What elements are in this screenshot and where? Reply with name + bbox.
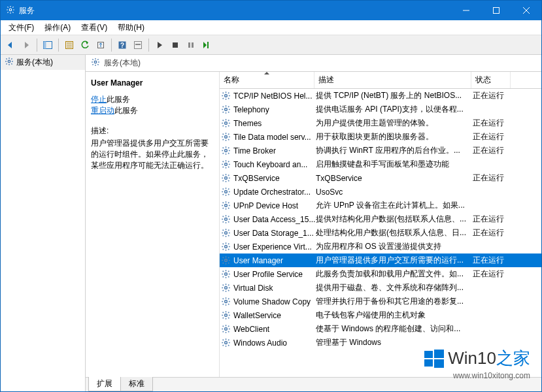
service-row[interactable]: TCP/IP NetBIOS Hel...提供 TCP/IP (NetBT) 服… (220, 89, 541, 103)
service-row[interactable]: TxQBServiceTxQBService正在运行 (220, 171, 541, 185)
col-header-status[interactable]: 状态 (471, 72, 511, 88)
gear-icon (221, 283, 231, 293)
service-desc: 管理基于 Windows (316, 337, 473, 348)
menu-action[interactable]: 操作(A) (39, 21, 76, 35)
menubar: 文件(F) 操作(A) 查看(V) 帮助(H) (1, 20, 541, 35)
nav-root-label: 服务(本地) (16, 57, 53, 68)
service-status: 正在运行 (473, 255, 512, 266)
maximize-button[interactable] (481, 1, 511, 20)
service-name: Telephony (233, 105, 316, 114)
svg-rect-19 (207, 42, 209, 48)
stop-service-link[interactable]: 停止 (91, 95, 107, 104)
service-name: Touch Keyboard an... (233, 160, 316, 169)
svg-rect-2 (494, 8, 500, 14)
menu-help[interactable]: 帮助(H) (112, 21, 150, 35)
svg-point-36 (225, 286, 228, 289)
service-row[interactable]: User Data Storage_1...处理结构化用户数据(包括联系人信息、… (220, 226, 541, 240)
gear-icon (221, 201, 231, 211)
svg-point-40 (225, 341, 228, 344)
service-row[interactable]: User Profile Service此服务负责加载和卸载用户配置文件。如..… (220, 267, 541, 281)
gear-icon (221, 297, 231, 307)
gear-icon (6, 5, 15, 16)
svg-rect-18 (192, 42, 194, 48)
properties-button[interactable] (62, 38, 76, 52)
col-header-desc[interactable]: 描述 (314, 72, 471, 88)
service-row[interactable]: Volume Shadow Copy管理并执行用于备份和其它用途的卷影复... (220, 295, 541, 308)
service-status: 正在运行 (473, 214, 512, 225)
titlebar[interactable]: 服务 (1, 1, 541, 20)
gear-icon (221, 159, 231, 170)
service-name: TCP/IP NetBIOS Hel... (233, 91, 316, 101)
service-row[interactable]: Touch Keyboard an...启用触摸键盘和手写面板笔和墨迹功能 (220, 157, 541, 171)
gear-icon (221, 242, 231, 252)
svg-point-25 (225, 135, 228, 138)
restart-service-button[interactable] (199, 38, 214, 52)
service-row[interactable]: User Experience Virt...为应用程序和 OS 设置漫游提供支… (220, 240, 541, 253)
gear-icon (221, 105, 231, 115)
view-tabs: 扩展 标准 (86, 377, 541, 391)
svg-point-28 (225, 176, 228, 179)
service-row[interactable]: WalletService电子钱包客户端使用的主机对象 (220, 308, 541, 322)
service-name: TxQBService (233, 174, 316, 183)
service-status: 正在运行 (473, 172, 512, 184)
svg-point-24 (225, 122, 228, 124)
svg-point-31 (225, 218, 228, 220)
show-hide-tree-button[interactable] (41, 38, 55, 52)
help-button[interactable]: ? (115, 38, 129, 52)
service-name: User Data Storage_1... (233, 229, 316, 238)
svg-rect-15 (135, 44, 141, 45)
service-desc: 提供电话服务 API (TAPI)支持，以便各程... (316, 104, 473, 115)
service-name: Themes (233, 119, 316, 128)
pause-service-button[interactable] (184, 38, 198, 52)
col-header-name[interactable]: 名称 (220, 72, 314, 88)
start-service-button[interactable] (152, 38, 167, 52)
service-row[interactable]: Themes为用户提供使用主题管理的体验。正在运行 (220, 116, 541, 130)
desc-text: 用户管理器提供多用户交互所需要的运行时组件。如果停止此服务，某些应用程序可能无法… (91, 138, 214, 171)
service-row[interactable]: User Manager用户管理器提供多用户交互所需要的运行...正在运行 (220, 253, 541, 267)
nav-root[interactable]: 服务(本地) (1, 55, 85, 70)
list-header: 名称 描述 状态 (220, 72, 541, 89)
service-name: WebClient (233, 325, 316, 334)
service-status: 正在运行 (473, 131, 512, 142)
toolbar-button[interactable] (131, 38, 145, 52)
svg-point-22 (225, 94, 228, 97)
service-row[interactable]: Time Broker协调执行 WinRT 应用程序的后台作业。...正在运行 (220, 144, 541, 157)
tab-extended[interactable]: 扩展 (88, 377, 121, 391)
refresh-button[interactable] (78, 38, 92, 52)
gear-icon (5, 57, 14, 68)
service-row[interactable]: Tile Data model serv...用于获取图块更新的图块服务器。正在… (220, 130, 541, 144)
service-name: Time Broker (233, 146, 316, 155)
service-row[interactable]: Windows Audio管理基于 Windows (220, 336, 541, 350)
close-button[interactable] (511, 1, 541, 20)
service-row[interactable]: UPnP Device Host允许 UPnP 设备宿主在此计算机上。如果... (220, 199, 541, 212)
service-row[interactable]: Telephony提供电话服务 API (TAPI)支持，以便各程... (220, 103, 541, 116)
service-row[interactable]: Virtual Disk提供用于磁盘、卷、文件系统和存储阵列... (220, 281, 541, 295)
export-button[interactable] (93, 38, 108, 52)
list-body[interactable]: TCP/IP NetBIOS Hel...提供 TCP/IP (NetBT) 服… (220, 89, 541, 377)
service-name: WalletService (233, 311, 316, 320)
gear-icon (221, 255, 231, 266)
menu-view[interactable]: 查看(V) (76, 21, 112, 35)
service-desc: 协调执行 WinRT 应用程序的后台作业。... (316, 145, 473, 156)
menu-file[interactable]: 文件(F) (3, 21, 39, 35)
service-row[interactable]: User Data Access_15...提供对结构化用户数据(包括联系人信息… (220, 212, 541, 226)
restart-service-link[interactable]: 重启动 (91, 106, 114, 115)
forward-button[interactable] (19, 38, 33, 52)
tab-standard[interactable]: 标准 (120, 377, 153, 391)
svg-point-30 (225, 204, 228, 206)
back-button[interactable] (3, 38, 18, 52)
service-desc: TxQBService (316, 174, 473, 183)
gear-icon (221, 91, 231, 101)
minimize-button[interactable] (451, 1, 481, 20)
gear-icon (221, 146, 231, 156)
gear-icon (221, 132, 231, 142)
gear-icon (221, 228, 231, 238)
svg-point-34 (225, 259, 228, 261)
service-desc: 为应用程序和 OS 设置漫游提供支持 (316, 241, 473, 252)
main-header: 服务(本地) (86, 55, 541, 72)
stop-service-button[interactable] (168, 38, 182, 52)
svg-rect-16 (173, 42, 178, 48)
service-row[interactable]: Update Orchestrator...UsoSvc (220, 185, 541, 199)
svg-point-39 (225, 327, 228, 330)
service-row[interactable]: WebClient使基于 Windows 的程序能创建、访问和... (220, 322, 541, 336)
